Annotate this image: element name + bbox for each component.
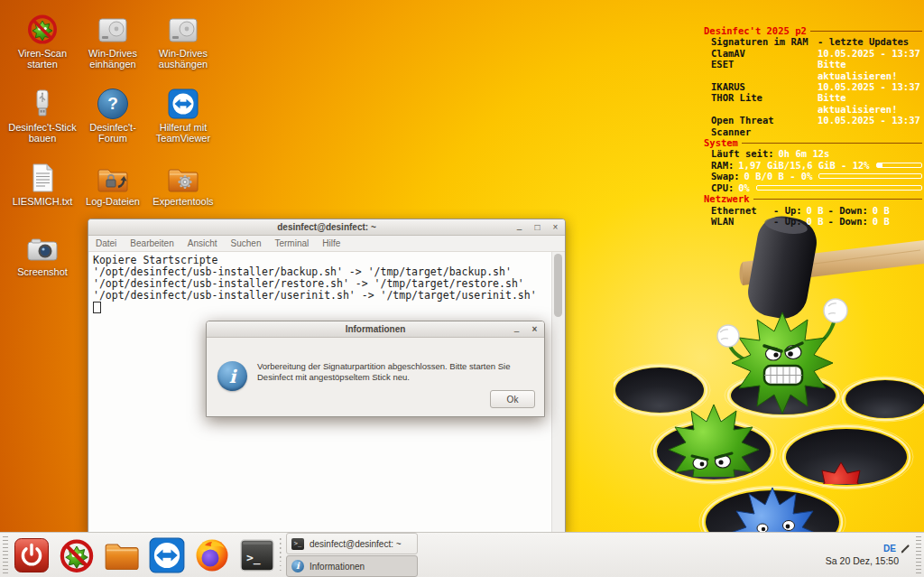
clock[interactable]: Sa 20 Dez, 15:50 [826, 555, 899, 569]
swap-bar [818, 173, 922, 179]
terminal-menubar: Datei Bearbeiten Ansicht Suchen Terminal… [88, 236, 565, 252]
signature-row: ClamAV 10.05.2025 - 13:37 [704, 48, 922, 59]
dialog-body: i Vorbereitung der Signaturpartition abg… [207, 338, 544, 416]
terminal-icon: >_ [239, 537, 275, 573]
cpu-bar [756, 185, 922, 191]
desktop-icon-label: Win-Drives einhängen [78, 48, 148, 70]
folder-gear-icon [148, 159, 218, 193]
usb-stick-icon [7, 85, 78, 119]
info-icon: i [217, 361, 247, 391]
desktop-icon-label: Win-Drives aushängen [148, 48, 218, 70]
svg-text:>_: >_ [246, 551, 261, 565]
power-button[interactable] [13, 536, 51, 574]
menu-suchen[interactable]: Suchen [231, 238, 262, 248]
desktop-icon-stick-bauen[interactable]: Desinfec't-Stick bauen [7, 85, 78, 157]
ok-button[interactable]: Ok [490, 390, 535, 408]
desinfect-virus-icon [59, 537, 95, 573]
cpu-row: CPU: 0% [704, 182, 922, 193]
terminal-line: '/opt/desinfect/usb-installer/userinit.s… [93, 290, 564, 302]
dialog-title: Informationen [346, 324, 406, 334]
close-icon[interactable]: × [530, 325, 540, 334]
taskbar-tray: DE Sa 20 Dez, 15:50 [826, 542, 913, 569]
terminal-launcher[interactable]: >_ [238, 536, 276, 574]
uptime-row: Läuft seit: 0h 6m 12s [704, 148, 922, 159]
terminal-cursor [93, 302, 101, 313]
firefox-launcher[interactable] [193, 536, 231, 574]
taskbar: >_ >_ desinfect@desinfect: ~ i Informati… [0, 532, 924, 577]
power-icon [14, 537, 50, 573]
conky-title: Desinfec't 2025 p2 [704, 25, 807, 36]
desktop-icon-win-drives-mount[interactable]: Win-Drives einhängen [78, 11, 148, 83]
folder-icon [103, 537, 141, 573]
conky-title-row: Desinfec't 2025 p2 [704, 25, 922, 36]
desktop-icon-label: Viren-Scan starten [7, 48, 78, 70]
info-mini-icon: i [291, 560, 304, 572]
harddrive-icon [78, 11, 148, 45]
desktop-icon-label: Log-Dateien [78, 196, 148, 207]
camera-icon [7, 229, 78, 264]
window-list: >_ desinfect@desinfect: ~ i Informatione… [286, 533, 418, 577]
desinfect-launcher[interactable] [58, 536, 96, 574]
dialog-titlebar[interactable]: Informationen – × [207, 321, 544, 338]
desktop-icon-label: Desinfec't-Forum [78, 122, 148, 144]
hammer-head [744, 212, 820, 322]
teamviewer-icon [148, 85, 218, 119]
pencil-icon [900, 543, 911, 554]
menu-hilfe[interactable]: Hilfe [322, 238, 340, 248]
signature-row: Open Threat Scanner 10.05.2025 - 13:37 [704, 115, 922, 137]
screen: Viren-Scan starten Win-Drives einhängen … [0, 0, 924, 577]
scrollbar-thumb[interactable] [554, 254, 562, 317]
menu-bearbeiten[interactable]: Bearbeiten [130, 238, 173, 248]
info-dialog: Informationen – × i Vorbereitung der Sig… [206, 321, 545, 417]
close-icon[interactable]: × [550, 223, 560, 232]
dialog-message-line1: Vorbereitung der Signaturpartition abges… [257, 361, 510, 372]
desktop-icon-teamviewer-help[interactable]: Hilferuf mit TeamViewer [148, 85, 218, 157]
minimize-icon[interactable]: – [514, 225, 524, 234]
minimize-icon[interactable]: – [512, 327, 522, 336]
question-mark-icon: ? [78, 85, 148, 119]
folder-lock-icon [78, 159, 148, 193]
signature-row: ESET Bitte aktualisieren! [704, 59, 922, 81]
text-file-icon [7, 159, 78, 193]
desktop-icon-label: Screenshot [7, 266, 78, 277]
menu-terminal[interactable]: Terminal [274, 238, 309, 248]
signatures-header: Signaturen im RAM - letzte Updates [704, 36, 922, 47]
virus-prohibited-icon [7, 11, 78, 45]
terminal-cursor-line [93, 302, 564, 313]
wallpaper-whack-a-mole-illustration [614, 208, 924, 533]
keyboard-layout-indicator[interactable]: DE [883, 544, 896, 554]
gear [179, 175, 192, 189]
menu-ansicht[interactable]: Ansicht [188, 238, 217, 248]
teamviewer-launcher[interactable] [148, 536, 186, 574]
desktop-icon-win-drives-unmount[interactable]: Win-Drives aushängen [148, 11, 218, 83]
dialog-message: Vorbereitung der Signaturpartition abges… [257, 361, 510, 383]
desktop-icon-label: Expertentools [148, 196, 218, 207]
harddrive-icon [148, 11, 218, 45]
desktop-icon-label: LIESMICH.txt [7, 196, 78, 207]
desktop-icon-viren-scan[interactable]: Viren-Scan starten [7, 11, 78, 83]
desktop-icon-label: Desinfec't-Stick bauen [7, 122, 78, 144]
taskbar-window-informationen[interactable]: i Informationen [286, 555, 418, 577]
panel-drag-handle[interactable] [3, 536, 8, 574]
ethernet-row: Ethernet - Up: 0 B - Down: 0 B [704, 205, 922, 216]
desktop-icon-label: Hilferuf mit TeamViewer [148, 122, 218, 144]
panel-drag-handle-right[interactable] [916, 536, 921, 574]
network-heading-row: Netzwerk [704, 193, 922, 204]
terminal-mini-icon: >_ [291, 538, 304, 550]
dialog-message-line2: Desinfect mit angestöpseltem Stick neu. [257, 372, 510, 383]
terminal-titlebar[interactable]: desinfect@desinfect: ~ – □ × [88, 219, 565, 236]
ram-row: RAM: 1,97 GiB/15,6 GiB - 12% [704, 160, 922, 171]
maximize-icon[interactable]: □ [532, 223, 542, 232]
terminal-window-title: desinfect@desinfect: ~ [277, 222, 376, 232]
desktop-icon-forum[interactable]: ? Desinfec't-Forum [78, 85, 148, 157]
terminal-scrollbar[interactable] [551, 252, 564, 534]
wlan-row: WLAN - Up: 0 B - Down: 0 B [704, 216, 922, 227]
taskbar-window-terminal[interactable]: >_ desinfect@desinfect: ~ [286, 533, 418, 554]
menu-datei[interactable]: Datei [96, 238, 116, 248]
system-heading-row: System [704, 137, 922, 148]
desktop-icon-screenshot[interactable]: Screenshot [7, 229, 78, 302]
desktop-icon-liesmich[interactable]: LIESMICH.txt [7, 159, 78, 231]
taskbar-launchers: >_ [13, 536, 276, 574]
firefox-icon [194, 537, 230, 573]
file-manager-launcher[interactable] [103, 536, 141, 574]
